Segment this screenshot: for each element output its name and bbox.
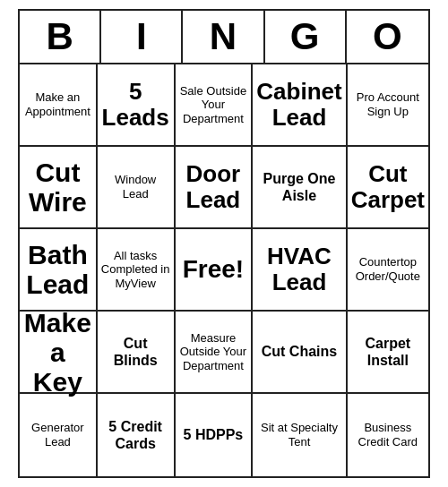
bingo-letter-b: B — [20, 11, 101, 63]
bingo-cell-10: Bath Lead — [20, 229, 98, 312]
cell-text-1: 5 Leads — [101, 79, 170, 130]
cell-text-24: Business Credit Card — [351, 421, 425, 449]
bingo-grid: Make an Appointment5 LeadsSale Outside Y… — [20, 64, 428, 476]
bingo-letter-o: O — [347, 11, 428, 63]
bingo-cell-0: Make an Appointment — [20, 64, 98, 147]
bingo-header: BINGO — [20, 11, 428, 64]
bingo-cell-11: All tasks Completed in MyView — [98, 229, 176, 312]
bingo-cell-3: Cabinet Lead — [253, 64, 347, 147]
bingo-cell-4: Pro Account Sign Up — [348, 64, 428, 147]
bingo-cell-23: Sit at Specialty Tent — [253, 394, 347, 476]
cell-text-11: All tasks Completed in MyView — [101, 249, 170, 291]
bingo-cell-6: Window Lead — [98, 147, 176, 229]
bingo-cell-20: Generator Lead — [20, 394, 98, 476]
bingo-letter-n: N — [183, 11, 264, 63]
cell-text-12: Free! — [183, 254, 244, 285]
cell-text-20: Generator Lead — [23, 421, 92, 449]
cell-text-16: Cut Blinds — [101, 335, 170, 369]
bingo-cell-5: Cut Wire — [20, 147, 98, 229]
cell-text-7: Door Lead — [179, 161, 248, 212]
bingo-cell-9: Cut Carpet — [348, 147, 428, 229]
cell-text-6: Window Lead — [101, 173, 170, 201]
bingo-cell-21: 5 Credit Cards — [98, 394, 176, 476]
cell-text-3: Cabinet Lead — [256, 79, 341, 130]
cell-text-22: 5 HDPPs — [184, 426, 244, 443]
cell-text-19: Carpet Install — [351, 335, 425, 369]
cell-text-21: 5 Credit Cards — [101, 418, 170, 452]
bingo-cell-22: 5 HDPPs — [176, 394, 254, 476]
cell-text-4: Pro Account Sign Up — [351, 90, 425, 118]
bingo-cell-1: 5 Leads — [98, 64, 176, 147]
cell-text-15: Make a Key — [23, 308, 92, 397]
bingo-letter-g: G — [265, 11, 347, 63]
cell-text-14: Countertop Order/Quote — [351, 255, 425, 283]
bingo-cell-17: Measure Outside Your Department — [176, 312, 254, 394]
bingo-cell-18: Cut Chains — [253, 312, 347, 394]
bingo-letter-i: I — [101, 11, 183, 63]
bingo-cell-8: Purge One Aisle — [253, 147, 347, 229]
bingo-cell-24: Business Credit Card — [348, 394, 428, 476]
bingo-cell-12: Free! — [176, 229, 254, 312]
cell-text-8: Purge One Aisle — [256, 170, 341, 204]
cell-text-0: Make an Appointment — [23, 90, 92, 118]
bingo-cell-15: Make a Key — [20, 312, 98, 394]
cell-text-9: Cut Carpet — [351, 161, 425, 212]
bingo-cell-16: Cut Blinds — [98, 312, 176, 394]
cell-text-5: Cut Wire — [23, 158, 92, 217]
bingo-card: BINGO Make an Appointment5 LeadsSale Out… — [18, 9, 430, 478]
bingo-cell-14: Countertop Order/Quote — [348, 229, 428, 312]
bingo-cell-19: Carpet Install — [348, 312, 428, 394]
cell-text-13: HVAC Lead — [256, 244, 341, 295]
cell-text-10: Bath Lead — [23, 240, 92, 299]
cell-text-23: Sit at Specialty Tent — [256, 421, 341, 449]
bingo-cell-7: Door Lead — [176, 147, 254, 229]
bingo-cell-13: HVAC Lead — [253, 229, 347, 312]
cell-text-18: Cut Chains — [262, 343, 337, 360]
cell-text-17: Measure Outside Your Department — [179, 331, 248, 373]
bingo-cell-2: Sale Outside Your Department — [176, 64, 254, 147]
cell-text-2: Sale Outside Your Department — [179, 84, 248, 126]
